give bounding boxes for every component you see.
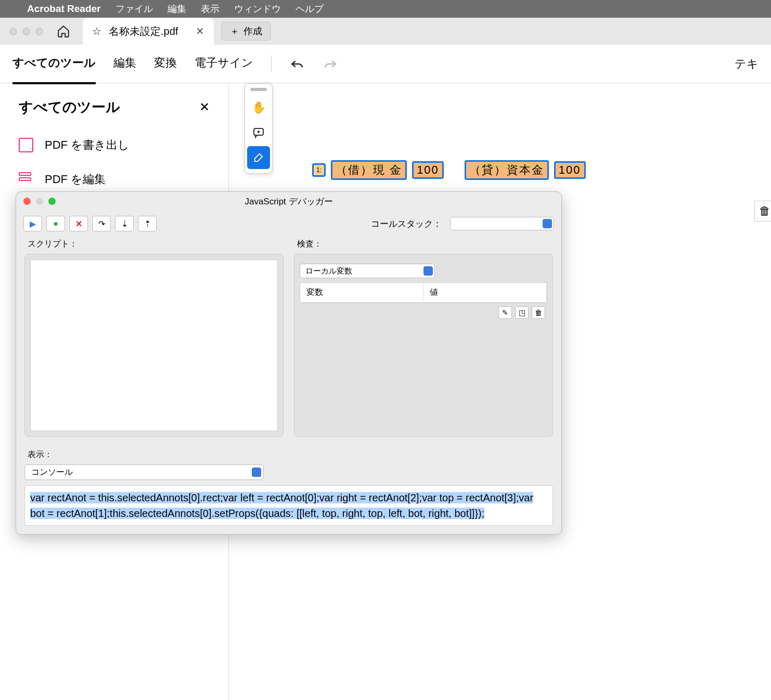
floating-toolbar[interactable]: ✋ xyxy=(245,83,273,174)
menu-edit[interactable]: 編集 xyxy=(168,3,186,15)
close-sidebar-icon[interactable]: ✕ xyxy=(199,100,210,114)
delete-var-icon[interactable]: 🗑 xyxy=(532,306,545,319)
minimize-icon[interactable] xyxy=(36,198,43,205)
callstack-label: コールスタック： xyxy=(371,218,442,230)
grip-handle[interactable] xyxy=(250,88,267,91)
menu-view[interactable]: 表示 xyxy=(201,3,220,15)
debugger-titlebar[interactable]: JavaScript デバッガー xyxy=(16,192,561,211)
hand-tool-icon[interactable]: ✋ xyxy=(247,96,270,119)
highlight-3[interactable]: （貸）資本金 xyxy=(465,160,549,180)
pdf-highlight-row: 1: （借）現 金 100 （貸）資本金 100 xyxy=(312,160,586,180)
new-var-icon[interactable]: ◳ xyxy=(515,306,529,319)
var-column-header[interactable]: 変数 xyxy=(300,283,423,302)
menu-window[interactable]: ウィンドウ xyxy=(234,3,281,15)
annotation-marker[interactable]: 1: xyxy=(312,163,326,177)
step-over-button[interactable]: ↷ xyxy=(92,216,111,231)
tool-convert[interactable]: 変換 xyxy=(154,55,177,73)
view-select[interactable]: コンソール xyxy=(24,464,264,480)
variables-table[interactable]: 変数 値 xyxy=(300,282,547,303)
toolbar-divider xyxy=(271,56,272,72)
redo-button[interactable] xyxy=(323,56,338,72)
document-tab[interactable]: ☆ 名称未設定.pdf ✕ xyxy=(83,18,214,45)
callstack-select[interactable] xyxy=(450,217,554,230)
toolbar-right[interactable]: テキ xyxy=(735,56,759,72)
create-button[interactable]: ＋ 作成 xyxy=(221,22,271,41)
tool-edit[interactable]: 編集 xyxy=(113,55,136,73)
debugger-toolbar: ▶ ● ✕ ↷ ⇣ ⇡ コールスタック： xyxy=(16,211,561,237)
undo-button[interactable] xyxy=(289,56,305,72)
close-tab-icon[interactable]: ✕ xyxy=(196,25,204,37)
highlight-1[interactable]: （借）現 金 xyxy=(331,160,407,180)
scope-select[interactable]: ローカル変数 xyxy=(300,264,435,278)
tool-sign[interactable]: 電子サイン xyxy=(195,55,253,73)
tool-all[interactable]: すべてのツール xyxy=(12,55,96,73)
export-icon xyxy=(19,138,33,152)
app-name[interactable]: Acrobat Reader xyxy=(27,3,101,15)
tab-title: 名称未設定.pdf xyxy=(109,24,178,38)
inspect-panel: ローカル変数 変数 値 ✎ ◳ 🗑 xyxy=(294,254,553,437)
debugger-title: JavaScript デバッガー xyxy=(245,196,332,208)
comment-tool-icon[interactable] xyxy=(247,121,270,144)
home-button[interactable] xyxy=(55,22,72,40)
highlight-4[interactable]: 100 xyxy=(554,161,586,179)
run-button[interactable]: ● xyxy=(46,216,65,231)
step-into-button[interactable]: ⇣ xyxy=(115,216,134,231)
value-column-header[interactable]: 値 xyxy=(423,283,547,302)
highlight-2[interactable]: 100 xyxy=(412,161,444,179)
sidebar-title: すべてのツール ✕ xyxy=(19,98,210,116)
mac-menubar: Acrobat Reader ファイル 編集 表示 ウィンドウ ヘルプ xyxy=(0,0,771,18)
edit-pdf-icon xyxy=(19,172,33,187)
edit-pdf-label: PDF を編集 xyxy=(45,172,106,187)
star-icon[interactable]: ☆ xyxy=(92,25,101,37)
stop-button[interactable]: ✕ xyxy=(69,216,88,231)
menu-help[interactable]: ヘルプ xyxy=(295,3,324,15)
trash-icon[interactable]: 🗑 xyxy=(754,201,771,222)
zoom-icon[interactable] xyxy=(48,198,56,205)
edit-var-icon[interactable]: ✎ xyxy=(498,306,512,319)
console-output[interactable]: var rectAnot = this.selectedAnnots[0].re… xyxy=(24,485,553,526)
window-controls[interactable] xyxy=(9,28,43,35)
menu-file[interactable]: ファイル xyxy=(115,3,153,15)
tool-edit-pdf[interactable]: PDF を編集 xyxy=(19,172,210,187)
script-area[interactable] xyxy=(30,260,278,431)
js-debugger-window: JavaScript デバッガー ▶ ● ✕ ↷ ⇣ ⇡ コールスタック： スク… xyxy=(16,191,562,535)
export-label: PDF を書き出し xyxy=(45,137,130,153)
inspect-label: 検査： xyxy=(297,239,553,250)
view-label: 表示： xyxy=(28,449,553,460)
tool-export-pdf[interactable]: PDF を書き出し xyxy=(19,137,210,153)
tabstrip: ☆ 名称未設定.pdf ✕ ＋ 作成 xyxy=(0,18,771,45)
close-icon[interactable] xyxy=(23,198,31,205)
continue-button[interactable]: ▶ xyxy=(23,216,42,231)
console-text[interactable]: var rectAnot = this.selectedAnnots[0].re… xyxy=(30,492,533,519)
plus-icon: ＋ xyxy=(230,25,239,37)
step-out-button[interactable]: ⇡ xyxy=(138,216,157,231)
debugger-window-controls[interactable] xyxy=(23,198,56,205)
script-panel xyxy=(24,254,284,437)
highlight-tool-icon[interactable] xyxy=(247,146,270,169)
create-label: 作成 xyxy=(243,25,262,37)
main-toolbar: すべてのツール 編集 変換 電子サイン テキ xyxy=(0,45,771,83)
script-label: スクリプト： xyxy=(28,239,284,250)
